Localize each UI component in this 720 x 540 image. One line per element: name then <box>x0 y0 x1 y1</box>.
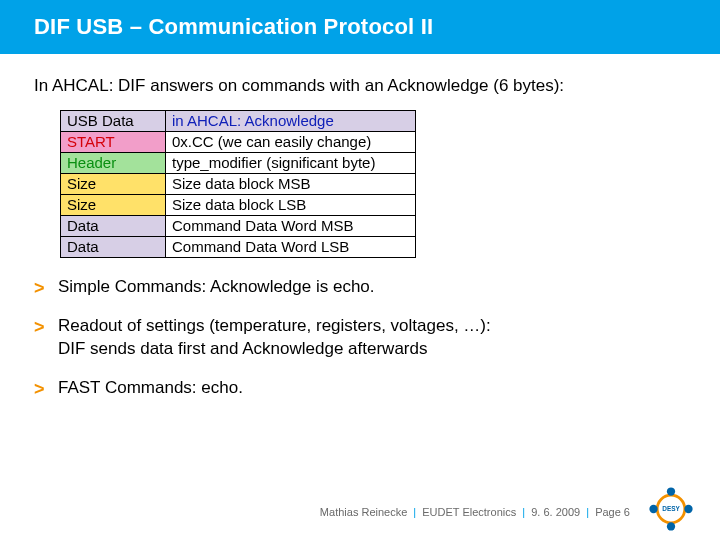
svg-text:DESY: DESY <box>662 505 680 512</box>
cell-right: type_modifier (significant byte) <box>166 153 416 174</box>
svg-point-4 <box>649 505 657 513</box>
bullet-list: Simple Commands: Acknowledge is echo. Re… <box>0 258 720 400</box>
table-row: Size Size data block LSB <box>61 195 416 216</box>
svg-point-2 <box>684 505 692 513</box>
protocol-table: USB Data in AHCAL: Acknowledge START 0x.… <box>60 110 416 258</box>
footer-separator: | <box>410 506 419 518</box>
cell-left: Size <box>61 174 166 195</box>
svg-point-1 <box>667 487 675 495</box>
footer-date: 9. 6. 2009 <box>531 506 580 518</box>
bullet-item: FAST Commands: echo. <box>34 377 670 400</box>
footer-separator: | <box>583 506 592 518</box>
bullet-item: Simple Commands: Acknowledge is echo. <box>34 276 670 299</box>
table-row: START 0x.CC (we can easily change) <box>61 132 416 153</box>
cell-right: 0x.CC (we can easily change) <box>166 132 416 153</box>
table-header-left: USB Data <box>61 111 166 132</box>
desy-logo-icon: DESY <box>648 486 694 532</box>
table-row: Data Command Data Word LSB <box>61 237 416 258</box>
footer-page: Page 6 <box>595 506 630 518</box>
cell-left: Header <box>61 153 166 174</box>
table-row: Data Command Data Word MSB <box>61 216 416 237</box>
cell-right: Size data block LSB <box>166 195 416 216</box>
cell-right: Command Data Word MSB <box>166 216 416 237</box>
table-header-row: USB Data in AHCAL: Acknowledge <box>61 111 416 132</box>
footer-author: Mathias Reinecke <box>320 506 407 518</box>
table-row: Size Size data block MSB <box>61 174 416 195</box>
table-row: Header type_modifier (significant byte) <box>61 153 416 174</box>
cell-left: Size <box>61 195 166 216</box>
lead-text: In AHCAL: DIF answers on commands with a… <box>0 54 720 110</box>
slide-footer: Mathias Reinecke | EUDET Electronics | 9… <box>0 506 720 518</box>
footer-separator: | <box>519 506 528 518</box>
cell-right: Command Data Word LSB <box>166 237 416 258</box>
footer-event: EUDET Electronics <box>422 506 516 518</box>
table-header-right: in AHCAL: Acknowledge <box>166 111 416 132</box>
slide-title: DIF USB – Communication Protocol II <box>0 0 720 54</box>
cell-left: START <box>61 132 166 153</box>
cell-left: Data <box>61 216 166 237</box>
cell-left: Data <box>61 237 166 258</box>
svg-point-3 <box>667 522 675 530</box>
bullet-item: Readout of settings (temperature, regist… <box>34 315 670 361</box>
cell-right: Size data block MSB <box>166 174 416 195</box>
